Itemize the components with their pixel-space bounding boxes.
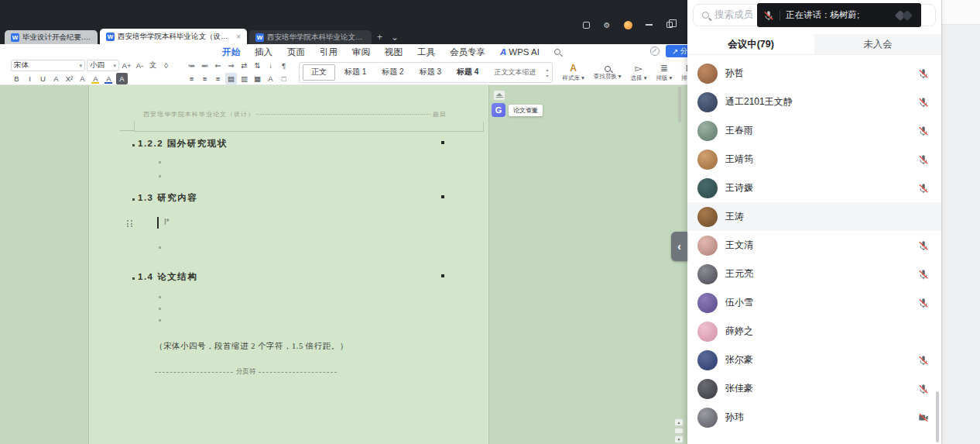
clear-format-icon[interactable]: ◊ (160, 60, 172, 71)
style-item[interactable]: 正文文本缩进 (486, 64, 543, 81)
char-shading-button[interactable]: A (116, 73, 128, 84)
menu-item-插入[interactable]: 插入 (255, 46, 272, 58)
muted-mic-icon[interactable] (918, 97, 929, 108)
muted-mic-icon[interactable] (918, 240, 929, 251)
align-right-icon[interactable]: ≡ (212, 73, 224, 84)
paragraph-drag-handle[interactable] (126, 219, 134, 229)
char-border-button[interactable]: A (77, 73, 88, 84)
font-shrink-icon[interactable]: A- (134, 60, 146, 71)
font-color-button[interactable]: A (103, 73, 115, 84)
wps-ai-button[interactable]: AWPS AI (500, 47, 540, 57)
document-canvas[interactable]: 西安培华学院本科毕业论文（设计） 题目 1.2.2 国外研究现状 1.3 研究内… (0, 85, 706, 444)
align-center-icon[interactable]: ≡ (199, 73, 211, 84)
member-row[interactable]: 伍小雪 (687, 288, 941, 317)
member-row[interactable]: 王诗媛 (687, 174, 941, 202)
member-row[interactable]: 通工2101王文静 (687, 88, 941, 116)
muted-mic-icon[interactable] (918, 126, 929, 136)
member-hat-icon[interactable] (493, 90, 505, 101)
superscript-button[interactable]: X² (63, 73, 75, 84)
member-row[interactable]: 薛婷之 (687, 317, 941, 346)
member-row[interactable]: 王春雨 (687, 116, 941, 145)
new-tab-button[interactable]: + (374, 30, 385, 44)
gallery-up-icon[interactable]: ▴ (546, 67, 548, 72)
font-grow-icon[interactable]: A+ (121, 60, 132, 71)
ribbon-search-icon[interactable] (554, 49, 560, 55)
member-tab-会议中(79)[interactable]: 会议中(79) (687, 34, 814, 54)
text-direction-icon[interactable]: ⇄ (238, 60, 250, 71)
member-row[interactable]: 孙玮 (687, 403, 941, 432)
sort-icon[interactable]: ↓ (265, 60, 276, 71)
justify-icon[interactable]: ▤ (225, 73, 237, 84)
member-row[interactable]: 张尔豪 (687, 346, 941, 374)
muted-mic-icon[interactable] (918, 154, 929, 165)
ribbon-tool-样式库[interactable]: A样式库 ▾ (557, 63, 588, 82)
muted-mic-icon[interactable] (918, 183, 929, 194)
ribbon-tool-选择[interactable]: ▻选择 ▾ (626, 63, 652, 82)
menu-item-视图[interactable]: 视图 (385, 46, 403, 58)
show-marks-icon[interactable]: ¶ (278, 60, 290, 71)
style-item[interactable]: 标题 4 (449, 64, 486, 81)
menu-item-开始[interactable]: 开始 (222, 46, 240, 58)
muted-mic-icon[interactable] (918, 384, 929, 394)
muted-mic-icon[interactable] (918, 68, 929, 79)
sync-status-icon[interactable] (650, 46, 660, 56)
menu-item-工具[interactable]: 工具 (417, 46, 435, 58)
bullet-list-icon[interactable]: ≔ (186, 60, 197, 71)
document-page[interactable]: 西安培华学院本科毕业论文（设计） 题目 1.2.2 国外研究现状 1.3 研究内… (89, 85, 488, 444)
doc-tab[interactable]: W西安培华学院本科毕业论文（设计）× (100, 29, 247, 44)
italic-button[interactable]: I (24, 73, 36, 84)
style-item[interactable]: 标题 1 (337, 64, 374, 81)
style-item[interactable]: 标题 2 (374, 64, 411, 81)
columns-icon[interactable]: ▦ (252, 73, 263, 84)
line-spacing-icon[interactable]: ⇅ (252, 60, 263, 71)
doc-tab[interactable]: W毕业设计开会纪要.docx (5, 30, 98, 44)
page-down-button[interactable]: ▾ (674, 435, 684, 443)
member-row[interactable]: 孙哲 (687, 59, 941, 88)
numbered-list-icon[interactable]: ≕ (199, 60, 211, 71)
menu-item-会员专享[interactable]: 会员专享 (450, 46, 485, 58)
member-tab-未入会[interactable]: 未入会 (814, 34, 941, 54)
member-row[interactable]: 王涛 (687, 202, 941, 231)
member-row[interactable]: 王靖筠 (687, 145, 941, 174)
align-left-icon[interactable]: ≡ (186, 73, 197, 84)
borders-icon[interactable]: □ (278, 73, 290, 84)
muted-mic-icon[interactable] (918, 355, 929, 366)
underline-button[interactable]: U (37, 73, 49, 84)
muted-mic-icon[interactable] (918, 298, 929, 308)
plagiarism-check-icon[interactable]: G (492, 103, 505, 117)
doc-tab[interactable]: W西安培华学院本科毕业论文（设计） (249, 30, 372, 44)
minimize-button[interactable] (644, 20, 653, 29)
menu-item-引用[interactable]: 引用 (320, 46, 338, 58)
tab-close-icon[interactable]: × (235, 33, 241, 41)
member-row[interactable]: 王文清 (687, 231, 941, 260)
document-scrollbar[interactable] (678, 87, 681, 122)
page-up-button[interactable]: ▴ (674, 418, 684, 426)
decrease-indent-icon[interactable]: ⇐ (212, 60, 224, 71)
restore-button[interactable] (665, 20, 674, 29)
member-row[interactable]: 王元亮 (687, 260, 941, 288)
para-shading-icon[interactable]: A (265, 73, 276, 84)
font-size-combo[interactable]: 小四 ▾ (87, 60, 119, 71)
menu-item-审阅[interactable]: 审阅 (352, 46, 370, 58)
ribbon-tool-查找替换[interactable]: 查找替换 ▾ (589, 64, 626, 81)
bold-button[interactable]: B (11, 73, 22, 84)
font-name-combo[interactable]: 宋体 ▾ (11, 60, 85, 71)
activity-icon[interactable] (623, 20, 632, 29)
style-item[interactable]: 正文 (303, 64, 335, 81)
ribbon-tool-排版[interactable]: ≣排版 ▾ (651, 63, 677, 82)
layout-grid-icon[interactable] (581, 20, 591, 29)
muted-mic-icon[interactable] (918, 269, 929, 280)
member-list-scrollbar[interactable] (936, 391, 939, 442)
text-effects-icon[interactable]: 文 (147, 60, 159, 71)
style-item[interactable]: 标题 3 (412, 64, 449, 81)
font-effects-button[interactable]: A (50, 73, 62, 84)
settings-gear-icon[interactable]: ⚙ (602, 20, 612, 29)
member-row[interactable]: 张佳豪 (687, 374, 941, 403)
increase-indent-icon[interactable]: ⇒ (225, 60, 237, 71)
menu-item-页面[interactable]: 页面 (287, 46, 305, 58)
page-indicator-button[interactable] (674, 428, 684, 434)
tab-list-caret-icon[interactable]: ⌄ (388, 30, 402, 44)
camera-off-icon[interactable] (918, 412, 929, 423)
highlight-color-button[interactable]: A (90, 73, 101, 84)
panel-collapse-handle[interactable]: ‹ (671, 232, 687, 261)
